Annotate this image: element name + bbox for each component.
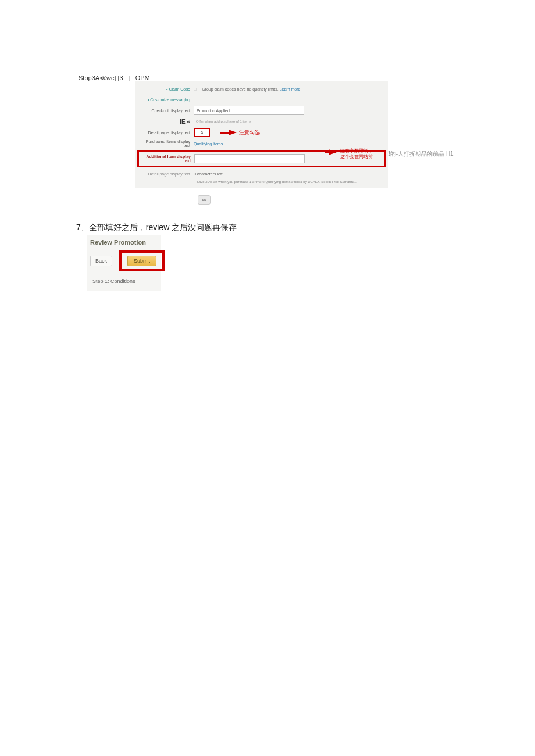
header-right: OPM [135,74,150,81]
header-left: Stop3A≪wc∏3 [79,74,123,81]
row-ie: IE « Offer when add purchase of 1 items [135,116,388,127]
detail-page-display-label: Detail page display text [138,172,194,176]
purchased-items-value[interactable]: Qualifying Items [194,142,223,146]
small-pill: so [198,195,211,205]
detail-annotation: 注意勾选 [239,129,260,137]
row-detail-page-display: Detail page display text 0 characters le… [135,169,388,179]
review-area: Review Promotion Back Submit Step 1: Con… [87,235,161,291]
review-buttons: Back Submit [90,250,158,271]
ie-label: IE « [138,119,194,125]
right-anno-line1: 注意字数限制， [340,148,373,154]
row-checkout-display: Checkout display text [135,105,388,116]
customize-messaging-label: • Customize messaging [138,98,194,102]
checkout-display-input[interactable] [194,106,304,115]
step7-text: 7、全部填好之后，review 之后没问题再保存 [76,223,237,233]
purchased-items-label: Purchased Items display text [138,139,194,148]
row-customize-messaging: • Customize messaging [135,94,388,105]
step1-conditions: Step 1: Conditions [90,277,158,285]
detail-select-box[interactable]: a [194,128,210,137]
divider: | [129,74,130,81]
submit-highlight-frame: Submit [119,250,165,271]
review-title: Review Promotion [90,239,158,246]
detail-page-label: Detail page display text [138,131,194,135]
claim-code-hint: □ Group claim codes have no quantity lim… [194,87,300,91]
form-area: • Claim Code □ Group claim codes have no… [135,81,388,188]
learn-more-link[interactable]: Learn more [280,87,301,91]
arrow-icon [329,149,337,155]
right-anno-line2: 这个会在网站前 [340,154,373,160]
back-button[interactable]: Back [90,256,112,266]
submit-button[interactable]: Submit [127,256,156,266]
claim-code-label: • Claim Code [138,87,194,91]
detail-page-display-value: 0 characters left [194,172,223,176]
row-purchased-items: Purchased Items display text Qualifying … [135,138,388,149]
right-annotation: 注意字数限制， 这个会在网站前 [340,148,373,160]
additional-items-input[interactable] [194,154,305,163]
footnote: Save 20% on when you purchase 1 or more … [135,179,388,184]
far-right-text: !的-人打折期品的前品 H1 [388,150,454,158]
ie-sub: Offer when add purchase of 1 items [194,120,251,123]
additional-items-label: Additional Item display text [140,155,194,163]
row-claim-code: • Claim Code □ Group claim codes have no… [135,84,388,94]
checkout-display-label: Checkout display text [138,109,194,113]
arrow-icon [229,130,237,135]
row-detail-page: Detail page display text a 注意勾选 [135,127,388,138]
